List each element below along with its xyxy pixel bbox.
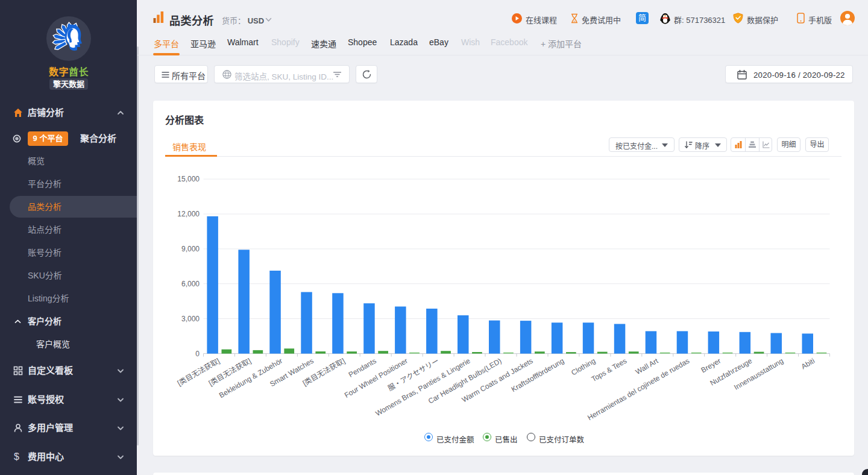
svg-text:Tops & Tees: Tops & Tees: [590, 356, 628, 383]
svg-text:Abiti: Abiti: [800, 356, 816, 371]
svg-text:Kraftstoffförderung: Kraftstoffförderung: [510, 356, 566, 394]
svg-text:Breyer: Breyer: [700, 356, 723, 374]
svg-text:3,000: 3,000: [181, 315, 200, 323]
svg-text:Wall Art: Wall Art: [634, 356, 660, 376]
svg-text:6,000: 6,000: [181, 280, 200, 288]
svg-text:0: 0: [195, 350, 200, 358]
svg-text:12,000: 12,000: [177, 210, 200, 218]
svg-text:15,000: 15,000: [177, 175, 200, 183]
svg-text:9,000: 9,000: [181, 245, 200, 253]
